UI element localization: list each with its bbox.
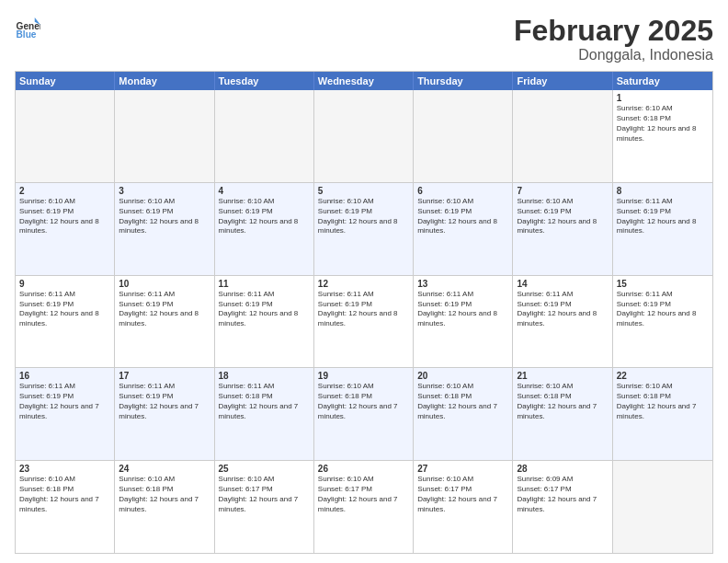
day-number-14: 14 (517, 279, 608, 289)
day-cell-19: 19Sunrise: 6:10 AM Sunset: 6:18 PM Dayli… (314, 368, 414, 460)
header-thursday: Thursday (414, 72, 513, 90)
day-info-2: Sunrise: 6:10 AM Sunset: 6:19 PM Dayligh… (19, 197, 110, 236)
day-number-7: 7 (517, 186, 608, 196)
page: General Blue February 2025 Donggala, Ind… (0, 0, 728, 563)
day-info-5: Sunrise: 6:10 AM Sunset: 6:19 PM Dayligh… (318, 197, 409, 236)
day-number-23: 23 (19, 464, 110, 474)
day-cell-22: 22Sunrise: 6:10 AM Sunset: 6:18 PM Dayli… (613, 368, 712, 460)
day-number-26: 26 (318, 464, 409, 474)
day-number-17: 17 (119, 371, 210, 381)
day-info-22: Sunrise: 6:10 AM Sunset: 6:18 PM Dayligh… (617, 382, 709, 421)
day-info-7: Sunrise: 6:10 AM Sunset: 6:19 PM Dayligh… (517, 197, 608, 236)
day-info-17: Sunrise: 6:11 AM Sunset: 6:19 PM Dayligh… (119, 382, 210, 421)
day-number-22: 22 (617, 371, 709, 381)
day-cell-23: 23Sunrise: 6:10 AM Sunset: 6:18 PM Dayli… (16, 461, 115, 553)
day-info-1: Sunrise: 6:10 AM Sunset: 6:18 PM Dayligh… (617, 104, 709, 144)
day-info-15: Sunrise: 6:11 AM Sunset: 6:19 PM Dayligh… (617, 290, 709, 329)
day-cell-20: 20Sunrise: 6:10 AM Sunset: 6:18 PM Dayli… (414, 368, 513, 460)
day-info-6: Sunrise: 6:10 AM Sunset: 6:19 PM Dayligh… (417, 197, 508, 236)
day-cell-1: 1Sunrise: 6:10 AM Sunset: 6:18 PM Daylig… (613, 90, 712, 182)
day-cell-11: 11Sunrise: 6:11 AM Sunset: 6:19 PM Dayli… (215, 276, 314, 368)
day-number-2: 2 (19, 186, 110, 196)
day-cell-25: 25Sunrise: 6:10 AM Sunset: 6:17 PM Dayli… (215, 461, 314, 553)
svg-text:Blue: Blue (17, 29, 37, 40)
calendar-week-1: 1Sunrise: 6:10 AM Sunset: 6:18 PM Daylig… (16, 90, 712, 182)
day-info-13: Sunrise: 6:11 AM Sunset: 6:19 PM Dayligh… (417, 290, 508, 329)
day-info-23: Sunrise: 6:10 AM Sunset: 6:18 PM Dayligh… (19, 475, 110, 514)
header-wednesday: Wednesday (314, 72, 414, 90)
day-cell-21: 21Sunrise: 6:10 AM Sunset: 6:18 PM Dayli… (513, 368, 612, 460)
day-number-10: 10 (119, 279, 210, 289)
day-info-27: Sunrise: 6:10 AM Sunset: 6:17 PM Dayligh… (417, 475, 508, 514)
day-cell-16: 16Sunrise: 6:11 AM Sunset: 6:19 PM Dayli… (16, 368, 115, 460)
day-number-16: 16 (19, 371, 110, 381)
day-info-18: Sunrise: 6:11 AM Sunset: 6:18 PM Dayligh… (219, 382, 310, 421)
day-number-27: 27 (417, 464, 508, 474)
month-title: February 2025 (514, 15, 713, 47)
day-info-24: Sunrise: 6:10 AM Sunset: 6:18 PM Dayligh… (119, 475, 210, 514)
day-info-10: Sunrise: 6:11 AM Sunset: 6:19 PM Dayligh… (119, 290, 210, 329)
day-cell-18: 18Sunrise: 6:11 AM Sunset: 6:18 PM Dayli… (215, 368, 314, 460)
day-number-12: 12 (318, 279, 409, 289)
day-number-13: 13 (417, 279, 508, 289)
day-number-20: 20 (417, 371, 508, 381)
header-sunday: Sunday (16, 72, 115, 90)
day-info-11: Sunrise: 6:11 AM Sunset: 6:19 PM Dayligh… (219, 290, 310, 329)
day-number-18: 18 (219, 371, 310, 381)
empty-cell-r0c2 (215, 90, 314, 182)
calendar-week-4: 16Sunrise: 6:11 AM Sunset: 6:19 PM Dayli… (16, 367, 712, 460)
day-number-24: 24 (119, 464, 210, 474)
day-cell-10: 10Sunrise: 6:11 AM Sunset: 6:19 PM Dayli… (115, 276, 214, 368)
day-cell-28: 28Sunrise: 6:09 AM Sunset: 6:17 PM Dayli… (513, 461, 612, 553)
day-cell-7: 7Sunrise: 6:10 AM Sunset: 6:19 PM Daylig… (513, 183, 612, 275)
empty-cell-r0c3 (314, 90, 414, 182)
day-number-11: 11 (219, 279, 310, 289)
calendar: Sunday Monday Tuesday Wednesday Thursday… (15, 71, 713, 554)
day-cell-5: 5Sunrise: 6:10 AM Sunset: 6:19 PM Daylig… (314, 183, 414, 275)
day-number-8: 8 (617, 186, 709, 196)
day-cell-2: 2Sunrise: 6:10 AM Sunset: 6:19 PM Daylig… (16, 183, 115, 275)
day-cell-26: 26Sunrise: 6:10 AM Sunset: 6:17 PM Dayli… (314, 461, 414, 553)
day-cell-14: 14Sunrise: 6:11 AM Sunset: 6:19 PM Dayli… (513, 276, 612, 368)
day-info-12: Sunrise: 6:11 AM Sunset: 6:19 PM Dayligh… (318, 290, 409, 329)
empty-cell-r4c6 (613, 461, 712, 553)
header-saturday: Saturday (613, 72, 712, 90)
day-info-20: Sunrise: 6:10 AM Sunset: 6:18 PM Dayligh… (417, 382, 508, 421)
header-friday: Friday (513, 72, 612, 90)
empty-cell-r0c0 (16, 90, 115, 182)
day-info-14: Sunrise: 6:11 AM Sunset: 6:19 PM Dayligh… (517, 290, 608, 329)
day-cell-6: 6Sunrise: 6:10 AM Sunset: 6:19 PM Daylig… (414, 183, 513, 275)
calendar-header: Sunday Monday Tuesday Wednesday Thursday… (16, 72, 712, 90)
header: General Blue February 2025 Donggala, Ind… (15, 15, 713, 63)
day-info-4: Sunrise: 6:10 AM Sunset: 6:19 PM Dayligh… (219, 197, 310, 236)
header-tuesday: Tuesday (215, 72, 314, 90)
calendar-week-2: 2Sunrise: 6:10 AM Sunset: 6:19 PM Daylig… (16, 182, 712, 275)
day-cell-12: 12Sunrise: 6:11 AM Sunset: 6:19 PM Dayli… (314, 276, 414, 368)
day-number-15: 15 (617, 279, 709, 289)
day-cell-3: 3Sunrise: 6:10 AM Sunset: 6:19 PM Daylig… (115, 183, 214, 275)
day-info-21: Sunrise: 6:10 AM Sunset: 6:18 PM Dayligh… (517, 382, 608, 421)
logo: General Blue (15, 15, 40, 40)
day-cell-13: 13Sunrise: 6:11 AM Sunset: 6:19 PM Dayli… (414, 276, 513, 368)
day-cell-27: 27Sunrise: 6:10 AM Sunset: 6:17 PM Dayli… (414, 461, 513, 553)
day-number-28: 28 (517, 464, 608, 474)
empty-cell-r0c1 (115, 90, 214, 182)
day-cell-9: 9Sunrise: 6:11 AM Sunset: 6:19 PM Daylig… (16, 276, 115, 368)
empty-cell-r0c5 (513, 90, 612, 182)
calendar-week-5: 23Sunrise: 6:10 AM Sunset: 6:18 PM Dayli… (16, 460, 712, 553)
day-cell-17: 17Sunrise: 6:11 AM Sunset: 6:19 PM Dayli… (115, 368, 214, 460)
day-number-19: 19 (318, 371, 409, 381)
day-cell-4: 4Sunrise: 6:10 AM Sunset: 6:19 PM Daylig… (215, 183, 314, 275)
day-info-26: Sunrise: 6:10 AM Sunset: 6:17 PM Dayligh… (318, 475, 409, 514)
logo-icon: General Blue (15, 15, 40, 40)
day-info-19: Sunrise: 6:10 AM Sunset: 6:18 PM Dayligh… (318, 382, 409, 421)
day-info-16: Sunrise: 6:11 AM Sunset: 6:19 PM Dayligh… (19, 382, 110, 421)
day-info-9: Sunrise: 6:11 AM Sunset: 6:19 PM Dayligh… (19, 290, 110, 329)
day-cell-8: 8Sunrise: 6:11 AM Sunset: 6:19 PM Daylig… (613, 183, 712, 275)
day-number-4: 4 (219, 186, 310, 196)
day-info-28: Sunrise: 6:09 AM Sunset: 6:17 PM Dayligh… (517, 475, 608, 514)
day-cell-15: 15Sunrise: 6:11 AM Sunset: 6:19 PM Dayli… (613, 276, 712, 368)
day-number-6: 6 (417, 186, 508, 196)
day-cell-24: 24Sunrise: 6:10 AM Sunset: 6:18 PM Dayli… (115, 461, 214, 553)
day-info-25: Sunrise: 6:10 AM Sunset: 6:17 PM Dayligh… (219, 475, 310, 514)
